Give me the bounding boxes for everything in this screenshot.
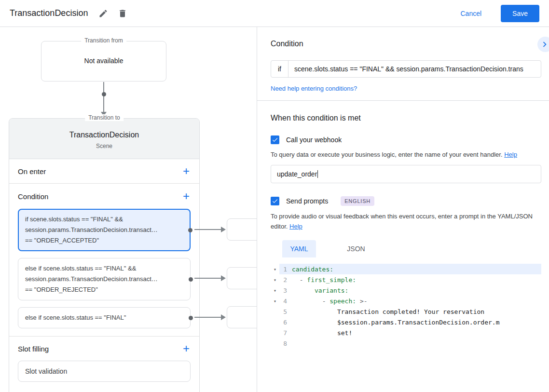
line-number: 5 [279,308,292,315]
edit-title-button[interactable] [96,6,111,21]
connector-line [194,278,222,279]
code-line[interactable]: 6 $session.params.TransactionDecision.or… [271,317,541,327]
condition-expression-row: if scene.slots.status == "FINAL" && sess… [271,60,541,78]
transition-target-node[interactable] [227,267,257,289]
transition-from-node: Transition from Not available [41,41,166,81]
connector-line [194,317,222,318]
fold-caret-icon[interactable]: ▾ [271,288,279,293]
fold-caret-icon[interactable]: ▾ [271,298,279,304]
transition-to-label: Transition to [85,114,124,121]
code-line-main: 3 variants: [279,285,541,296]
condition-edit-panel: Condition if scene.slots.status == "FINA… [257,27,549,392]
send-prompts-checkbox[interactable] [271,197,279,205]
code-line[interactable]: ▾1candidates: [271,264,541,274]
conditions-help-link[interactable]: Need help entering conditions? [271,85,357,92]
code-line[interactable]: ▾4 - speech: >- [271,296,541,306]
language-badge: ENGLISH [341,196,374,206]
code-line-main: 1candidates: [279,264,541,274]
webhook-name-value: update_order [277,170,317,178]
fold-caret-icon[interactable]: ▾ [271,277,279,283]
text-cursor [317,170,318,178]
code-line[interactable]: 5 Transaction completed! Your reservatio… [271,306,541,317]
condition-item-line: == "ORDER_ACCEPTED" [25,235,183,246]
webhook-label: Call your webhook [286,136,342,144]
page-title: TransactionDecision [10,8,88,18]
line-number: 6 [279,319,292,326]
slot-validation-item[interactable]: Slot validation [18,361,191,382]
webhook-checkbox[interactable] [271,135,279,144]
condition-expression-input[interactable]: scene.slots.status == "FINAL" && session… [288,61,541,77]
prompts-help-link[interactable]: Help [289,223,302,230]
connector-dot[interactable] [188,228,192,232]
yaml-code-editor[interactable]: ▾1candidates:▾2 - first_simple:▾3 varian… [271,264,541,349]
condition-item-line: session.params.TransactionDecision.trans… [25,274,183,284]
delete-scene-button[interactable] [115,6,130,21]
on-enter-section: On enter + [9,159,199,184]
code-line[interactable]: 8 [271,338,541,349]
code-line-main: 7 set! [279,327,541,338]
scene-canvas[interactable]: Transition from Not available Transition… [0,27,257,392]
code-text: variants: [292,287,541,294]
code-line[interactable]: 7 set! [271,327,541,338]
code-line-main: 8 [279,338,541,349]
webhook-help-link[interactable]: Help [504,151,517,158]
slot-filling-label: Slot filling [18,345,49,353]
code-text: - first_simple: [292,276,541,284]
add-condition-button[interactable]: + [182,191,191,201]
condition-item-line: session.params.TransactionDecision.trans… [25,225,183,235]
transition-target-node[interactable] [227,218,257,241]
transition-target-node[interactable] [227,306,257,328]
on-enter-label: On enter [18,167,46,176]
connector-dot[interactable] [189,316,193,320]
topbar: TransactionDecision Cancel Save [0,0,549,27]
tab-json[interactable]: JSON [339,240,373,257]
code-line-main: 6 $session.params.TransactionDecision.or… [279,317,541,327]
connector-dot[interactable] [189,277,193,282]
line-number: 1 [279,266,292,273]
condition-item[interactable]: else if scene.slots.status == "FINAL" [18,307,191,328]
condition-item-line: else if scene.slots.status == "FINAL" && [25,263,183,274]
condition-section-label: Condition [18,192,48,201]
transition-from-value: Not available [41,57,166,65]
tab-yaml[interactable]: YAML [282,240,316,257]
arrowhead-right-icon [221,227,226,232]
line-number: 2 [279,276,292,284]
checkbox-check-icon [272,198,278,204]
fold-caret-icon[interactable]: ▾ [271,267,279,272]
trash-icon [118,9,127,18]
line-number: 3 [279,287,292,294]
slot-filling-section: Slot filling + Slot validation [9,337,199,382]
add-slot-button[interactable]: + [182,344,191,353]
code-text: Transaction completed! Your reservation [292,308,541,315]
code-text: set! [292,329,541,337]
panel-divider [257,100,549,101]
condition-item-line: else if scene.slots.status == "FINAL" [25,312,183,323]
connector-dot[interactable] [102,92,106,96]
scene-header[interactable]: TransactionDecision Scene [9,119,199,159]
code-text: $session.params.TransactionDecision.orde… [292,319,541,326]
condition-item[interactable]: else if scene.slots.status == "FINAL" &&… [18,258,191,300]
transition-from-label: Transition from [81,37,126,44]
code-text: candidates: [292,266,541,273]
cancel-button[interactable]: Cancel [458,7,483,20]
if-prefix-label: if [271,61,288,77]
scene-title: TransactionDecision [9,131,199,139]
webhook-name-input[interactable]: update_order [271,165,541,183]
condition-item-line: if scene.slots.status == "FINAL" && [25,214,183,225]
editor-tabs: YAML JSON [282,240,541,257]
connector-line [194,229,222,230]
collapse-panel-button[interactable] [537,37,549,52]
code-line[interactable]: ▾3 variants: [271,285,541,296]
code-text: - speech: >- [292,297,541,305]
code-line-main: 2 - first_simple: [279,274,541,285]
condition-item[interactable]: if scene.slots.status == "FINAL" && sess… [18,209,191,251]
content-area: Transition from Not available Transition… [0,27,549,392]
code-line[interactable]: ▾2 - first_simple: [271,274,541,285]
save-button[interactable]: Save [501,5,539,22]
add-on-enter-button[interactable]: + [182,166,191,176]
send-prompts-label: Send prompts [286,197,328,205]
webhook-description: To query data or execute your business l… [271,150,541,160]
topbar-actions: Cancel Save [458,5,539,22]
condition-section: Condition + if scene.slots.status == "FI… [9,184,199,337]
chevron-right-icon [539,39,549,50]
